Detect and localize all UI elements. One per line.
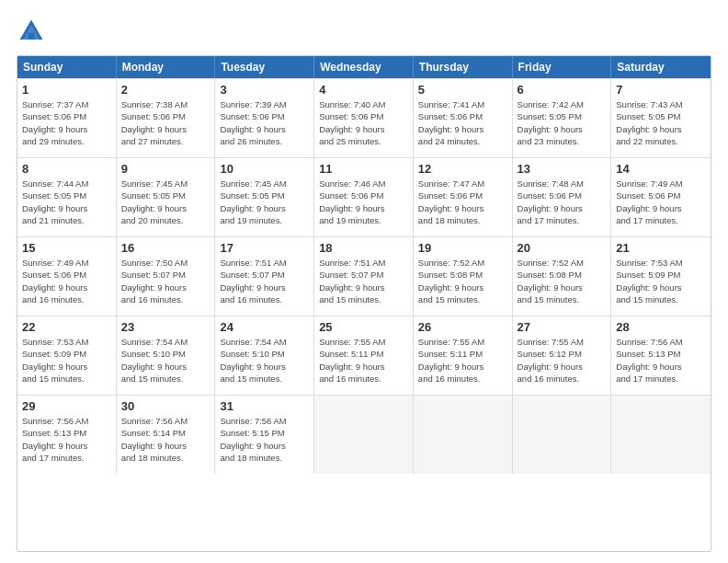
day-number: 25 — [319, 320, 408, 334]
day-cell-13: 13Sunrise: 7:48 AMSunset: 5:06 PMDayligh… — [513, 158, 612, 236]
day-info: Sunrise: 7:54 AMSunset: 5:10 PMDaylight:… — [220, 336, 309, 385]
day-info: Sunrise: 7:50 AMSunset: 5:07 PMDaylight:… — [121, 257, 210, 305]
day-cell-15: 15Sunrise: 7:49 AMSunset: 5:06 PMDayligh… — [17, 237, 117, 316]
day-info: Sunrise: 7:52 AMSunset: 5:08 PMDaylight:… — [518, 257, 607, 305]
day-cell-29: 29Sunrise: 7:56 AMSunset: 5:13 PMDayligh… — [17, 396, 117, 474]
day-info: Sunrise: 7:56 AMSunset: 5:14 PMDaylight:… — [121, 415, 210, 464]
day-info: Sunrise: 7:43 AMSunset: 5:05 PMDaylight:… — [616, 98, 706, 147]
header — [17, 17, 711, 46]
day-cell-24: 24Sunrise: 7:54 AMSunset: 5:10 PMDayligh… — [215, 316, 314, 395]
day-number: 4 — [319, 83, 408, 97]
calendar-body: 1Sunrise: 7:37 AMSunset: 5:06 PMDaylight… — [17, 78, 711, 474]
calendar-row-5: 29Sunrise: 7:56 AMSunset: 5:13 PMDayligh… — [17, 395, 711, 474]
day-info: Sunrise: 7:53 AMSunset: 5:09 PMDaylight:… — [616, 257, 706, 305]
day-cell-16: 16Sunrise: 7:50 AMSunset: 5:07 PMDayligh… — [117, 237, 216, 316]
day-number: 3 — [220, 83, 309, 97]
day-cell-12: 12Sunrise: 7:47 AMSunset: 5:06 PMDayligh… — [414, 158, 513, 236]
day-number: 19 — [418, 241, 507, 255]
day-info: Sunrise: 7:54 AMSunset: 5:10 PMDaylight:… — [121, 336, 210, 385]
day-info: Sunrise: 7:55 AMSunset: 5:11 PMDaylight:… — [319, 336, 408, 385]
weekday-header-saturday: Saturday — [611, 56, 711, 78]
empty-cell — [314, 396, 414, 474]
day-number: 8 — [22, 162, 111, 176]
day-number: 12 — [418, 162, 507, 176]
day-info: Sunrise: 7:49 AMSunset: 5:06 PMDaylight:… — [616, 178, 706, 226]
calendar: SundayMondayTuesdayWednesdayThursdayFrid… — [17, 55, 711, 552]
day-cell-9: 9Sunrise: 7:45 AMSunset: 5:05 PMDaylight… — [117, 158, 216, 236]
day-info: Sunrise: 7:46 AMSunset: 5:06 PMDaylight:… — [319, 178, 408, 226]
day-cell-28: 28Sunrise: 7:56 AMSunset: 5:13 PMDayligh… — [611, 316, 711, 395]
day-number: 20 — [518, 241, 607, 255]
weekday-header-sunday: Sunday — [17, 56, 117, 78]
day-number: 27 — [518, 320, 607, 334]
calendar-row-4: 22Sunrise: 7:53 AMSunset: 5:09 PMDayligh… — [17, 316, 711, 395]
day-info: Sunrise: 7:45 AMSunset: 5:05 PMDaylight:… — [121, 178, 210, 226]
day-cell-10: 10Sunrise: 7:45 AMSunset: 5:05 PMDayligh… — [215, 158, 314, 236]
day-cell-1: 1Sunrise: 7:37 AMSunset: 5:06 PMDaylight… — [17, 79, 117, 157]
day-cell-4: 4Sunrise: 7:40 AMSunset: 5:06 PMDaylight… — [314, 79, 414, 157]
empty-cell — [414, 396, 513, 474]
day-number: 17 — [220, 241, 309, 255]
day-cell-23: 23Sunrise: 7:54 AMSunset: 5:10 PMDayligh… — [117, 316, 216, 395]
day-cell-3: 3Sunrise: 7:39 AMSunset: 5:06 PMDaylight… — [215, 79, 314, 157]
day-number: 28 — [616, 320, 706, 334]
day-number: 29 — [22, 399, 111, 413]
day-number: 5 — [418, 83, 507, 97]
day-cell-5: 5Sunrise: 7:41 AMSunset: 5:06 PMDaylight… — [414, 79, 513, 157]
day-number: 16 — [121, 241, 210, 255]
day-cell-20: 20Sunrise: 7:52 AMSunset: 5:08 PMDayligh… — [513, 237, 612, 316]
day-number: 18 — [319, 241, 408, 255]
day-number: 6 — [518, 83, 607, 97]
day-cell-31: 31Sunrise: 7:56 AMSunset: 5:15 PMDayligh… — [215, 396, 314, 474]
calendar-row-1: 1Sunrise: 7:37 AMSunset: 5:06 PMDaylight… — [17, 78, 711, 157]
day-cell-30: 30Sunrise: 7:56 AMSunset: 5:14 PMDayligh… — [117, 396, 216, 474]
day-info: Sunrise: 7:51 AMSunset: 5:07 PMDaylight:… — [319, 257, 408, 305]
day-number: 24 — [220, 320, 309, 334]
day-number: 30 — [121, 399, 210, 413]
day-number: 23 — [121, 320, 210, 334]
day-info: Sunrise: 7:38 AMSunset: 5:06 PMDaylight:… — [121, 98, 210, 147]
weekday-header-tuesday: Tuesday — [215, 56, 314, 78]
day-number: 21 — [616, 241, 706, 255]
day-info: Sunrise: 7:56 AMSunset: 5:13 PMDaylight:… — [616, 336, 706, 385]
day-number: 22 — [22, 320, 111, 334]
day-info: Sunrise: 7:52 AMSunset: 5:08 PMDaylight:… — [418, 257, 507, 305]
day-cell-25: 25Sunrise: 7:55 AMSunset: 5:11 PMDayligh… — [314, 316, 414, 395]
day-info: Sunrise: 7:55 AMSunset: 5:11 PMDaylight:… — [418, 336, 507, 385]
day-info: Sunrise: 7:56 AMSunset: 5:13 PMDaylight:… — [22, 415, 111, 464]
day-number: 9 — [121, 162, 210, 176]
weekday-header-friday: Friday — [513, 56, 612, 78]
day-cell-7: 7Sunrise: 7:43 AMSunset: 5:05 PMDaylight… — [611, 79, 711, 157]
day-info: Sunrise: 7:53 AMSunset: 5:09 PMDaylight:… — [22, 336, 111, 385]
day-info: Sunrise: 7:41 AMSunset: 5:06 PMDaylight:… — [418, 98, 507, 147]
logo — [17, 17, 51, 46]
day-info: Sunrise: 7:48 AMSunset: 5:06 PMDaylight:… — [518, 178, 607, 226]
day-info: Sunrise: 7:42 AMSunset: 5:05 PMDaylight:… — [518, 98, 607, 147]
weekday-header-wednesday: Wednesday — [314, 56, 414, 78]
day-cell-14: 14Sunrise: 7:49 AMSunset: 5:06 PMDayligh… — [611, 158, 711, 236]
day-number: 26 — [418, 320, 507, 334]
weekday-header-thursday: Thursday — [414, 56, 513, 78]
day-info: Sunrise: 7:39 AMSunset: 5:06 PMDaylight:… — [220, 98, 309, 147]
page: SundayMondayTuesdayWednesdayThursdayFrid… — [0, 0, 728, 563]
day-info: Sunrise: 7:44 AMSunset: 5:05 PMDaylight:… — [22, 178, 111, 226]
day-cell-27: 27Sunrise: 7:55 AMSunset: 5:12 PMDayligh… — [513, 316, 612, 395]
day-cell-2: 2Sunrise: 7:38 AMSunset: 5:06 PMDaylight… — [117, 79, 216, 157]
day-number: 1 — [22, 83, 111, 97]
calendar-header: SundayMondayTuesdayWednesdayThursdayFrid… — [17, 56, 711, 78]
weekday-header-monday: Monday — [117, 56, 216, 78]
day-info: Sunrise: 7:49 AMSunset: 5:06 PMDaylight:… — [22, 257, 111, 305]
day-cell-17: 17Sunrise: 7:51 AMSunset: 5:07 PMDayligh… — [215, 237, 314, 316]
day-info: Sunrise: 7:56 AMSunset: 5:15 PMDaylight:… — [220, 415, 309, 464]
day-number: 2 — [121, 83, 210, 97]
calendar-row-3: 15Sunrise: 7:49 AMSunset: 5:06 PMDayligh… — [17, 236, 711, 316]
logo-icon — [17, 17, 46, 46]
day-number: 10 — [220, 162, 309, 176]
day-cell-22: 22Sunrise: 7:53 AMSunset: 5:09 PMDayligh… — [17, 316, 117, 395]
empty-cell — [513, 396, 612, 474]
day-number: 14 — [616, 162, 706, 176]
day-number: 7 — [616, 83, 706, 97]
day-cell-18: 18Sunrise: 7:51 AMSunset: 5:07 PMDayligh… — [314, 237, 414, 316]
calendar-row-2: 8Sunrise: 7:44 AMSunset: 5:05 PMDaylight… — [17, 157, 711, 236]
day-info: Sunrise: 7:47 AMSunset: 5:06 PMDaylight:… — [418, 178, 507, 226]
